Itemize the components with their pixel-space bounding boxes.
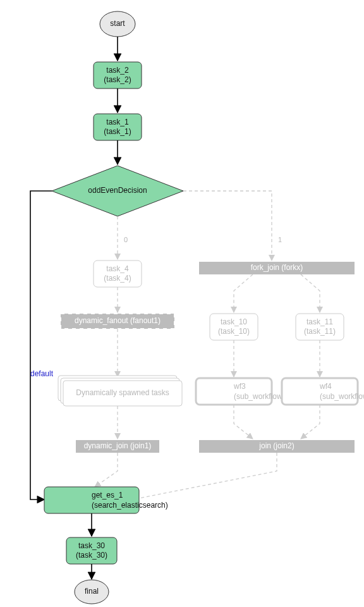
dynamic-fanout-label: dynamic_fanout (fanout1) xyxy=(75,316,161,325)
edge-default-label: default xyxy=(30,369,54,378)
dynamic-join-label: dynamic_join (join1) xyxy=(84,441,152,450)
task-1-label-2: (task_1) xyxy=(104,127,131,136)
edge-wf4-join2 xyxy=(301,405,320,439)
fork-join-label: fork_join (forkx) xyxy=(251,263,303,272)
task-2-label-2: (task_2) xyxy=(104,75,131,84)
start-label: start xyxy=(110,19,125,28)
edge-branch-1-label: 1 xyxy=(278,236,282,243)
task-10-label-2: (task_10) xyxy=(218,327,250,336)
edge-fork-task10 xyxy=(234,274,253,312)
wf4-label-1: wf4 xyxy=(319,382,332,391)
get-es-label-2: (search_elasticsearch) xyxy=(92,501,168,510)
join2-label: join (join2) xyxy=(258,441,294,450)
edge-wf3-join2 xyxy=(234,405,253,439)
edge-branch-0-label: 0 xyxy=(124,236,128,243)
wf3-label-1: wf3 xyxy=(233,382,246,391)
task-2-label-1: task_2 xyxy=(106,66,129,75)
task-11-label-1: task_11 xyxy=(306,317,333,326)
edge-default xyxy=(30,191,52,500)
workflow-diagram: start task_2 (task_2) task_1 (task_1) od… xyxy=(0,0,364,607)
task-30-label-1: task_30 xyxy=(78,541,105,550)
task-30-label-2: (task_30) xyxy=(76,551,107,560)
final-label: final xyxy=(85,587,99,596)
get-es-label-1: get_es_1 xyxy=(92,491,123,500)
task-4-label-2: (task_4) xyxy=(104,274,131,283)
task-1-label-1: task_1 xyxy=(106,118,129,126)
task-10-label-1: task_10 xyxy=(221,317,247,326)
wf4-label-2: (sub_workflow_x) xyxy=(320,392,364,401)
decision-label: oddEvenDecision xyxy=(88,186,147,195)
edge-join1-getes xyxy=(95,453,118,487)
edge-branch-1 xyxy=(183,191,272,261)
edge-join2-getes xyxy=(133,453,277,500)
task-4-label-1: task_4 xyxy=(106,264,129,273)
task-11-label-2: (task_11) xyxy=(304,327,336,336)
spawned-label: Dynamically spawned tasks xyxy=(76,388,169,397)
edge-fork-task11 xyxy=(301,274,320,312)
